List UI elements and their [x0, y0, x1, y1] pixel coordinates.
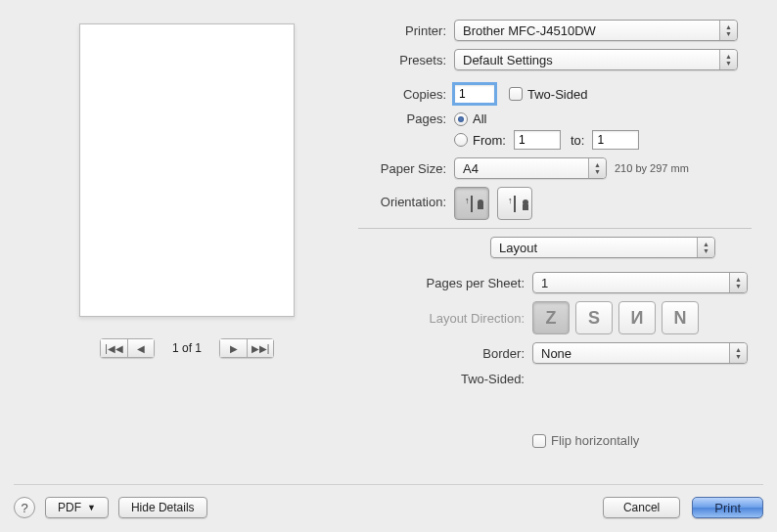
presets-label: Presets: [358, 53, 446, 67]
print-dialog: |◀◀ ◀ 1 of 1 ▶ ▶▶| Printer: Brother MFC-… [0, 0, 777, 532]
updown-icon: ▲▼ [729, 343, 747, 363]
printer-value: Brother MFC-J4510DW [463, 23, 596, 38]
printer-label: Printer: [358, 23, 446, 38]
orientation-landscape-button[interactable]: ↑ [497, 187, 532, 220]
portrait-icon [471, 196, 473, 212]
hide-details-button[interactable]: Hide Details [118, 497, 207, 518]
pages-to-label: to: [571, 133, 584, 148]
help-button[interactable]: ? [14, 497, 35, 518]
updown-icon: ▲▼ [719, 21, 737, 40]
preview-pager: |◀◀ ◀ 1 of 1 ▶ ▶▶| [100, 338, 274, 358]
copies-input[interactable] [454, 84, 495, 104]
pager-back-group: |◀◀ ◀ [100, 338, 155, 358]
printer-select[interactable]: Brother MFC-J4510DW ▲▼ [454, 20, 738, 41]
flip-horizontally-checkbox[interactable] [532, 434, 546, 448]
layout-dir-n2-button[interactable]: N [662, 301, 699, 334]
first-page-button[interactable]: |◀◀ [100, 338, 127, 358]
cancel-button[interactable]: Cancel [603, 497, 680, 518]
layout-direction-group: Z S И N [532, 301, 699, 334]
two-sided-label: Two-Sided: [358, 372, 525, 386]
paper-size-hint: 210 by 297 mm [615, 162, 689, 174]
updown-icon: ▲▼ [719, 50, 737, 69]
paper-size-value: A4 [463, 161, 479, 176]
page-indicator: 1 of 1 [172, 341, 202, 355]
pages-label: Pages: [358, 111, 446, 126]
pages-from-label: From: [473, 133, 506, 148]
dialog-content: |◀◀ ◀ 1 of 1 ▶ ▶▶| Printer: Brother MFC-… [16, 16, 761, 466]
flip-horizontally-label: Flip horizontally [551, 433, 639, 448]
section-select[interactable]: Layout ▲▼ [490, 237, 715, 258]
last-page-button[interactable]: ▶▶| [247, 338, 274, 358]
caret-down-icon: ▼ [87, 503, 96, 512]
pages-per-sheet-select[interactable]: 1 ▲▼ [532, 272, 748, 293]
preview-column: |◀◀ ◀ 1 of 1 ▶ ▶▶| [16, 16, 358, 466]
pages-from-input[interactable] [514, 130, 561, 150]
copies-label: Copies: [358, 87, 446, 102]
two-sided-checkbox[interactable] [509, 87, 523, 101]
border-select[interactable]: None ▲▼ [532, 342, 748, 364]
presets-select[interactable]: Default Settings ▲▼ [454, 49, 738, 70]
layout-direction-label: Layout Direction: [358, 311, 525, 326]
prev-page-button[interactable]: ◀ [127, 338, 155, 358]
landscape-icon [514, 196, 516, 212]
border-value: None [541, 346, 571, 361]
pdf-label: PDF [58, 501, 81, 514]
two-sided-checkbox-label: Two-Sided [527, 87, 587, 102]
dialog-footer: ? PDF ▼ Hide Details Cancel Print [14, 484, 763, 518]
arrow-up-icon: ↑ [508, 196, 513, 205]
settings-column: Printer: Brother MFC-J4510DW ▲▼ Presets:… [358, 16, 761, 466]
orientation-portrait-button[interactable]: ↑ [454, 187, 489, 220]
paper-size-label: Paper Size: [358, 161, 446, 176]
section-value: Layout [499, 241, 537, 255]
border-label: Border: [358, 346, 525, 361]
pages-to-input[interactable] [592, 130, 639, 150]
updown-icon: ▲▼ [729, 273, 747, 292]
divider [358, 228, 752, 229]
next-page-button[interactable]: ▶ [219, 338, 247, 358]
pager-fwd-group: ▶ ▶▶| [219, 338, 274, 358]
pages-per-sheet-label: Pages per Sheet: [358, 276, 525, 290]
presets-value: Default Settings [463, 53, 553, 67]
layout-dir-z-button[interactable]: Z [532, 301, 570, 334]
pdf-menu-button[interactable]: PDF ▼ [45, 497, 109, 518]
pages-per-sheet-value: 1 [541, 276, 548, 290]
print-button[interactable]: Print [692, 497, 763, 518]
updown-icon: ▲▼ [588, 158, 606, 178]
paper-size-select[interactable]: A4 ▲▼ [454, 157, 607, 179]
page-preview [79, 23, 295, 317]
arrow-up-icon: ↑ [465, 196, 470, 205]
pages-all-radio[interactable] [454, 112, 468, 126]
pages-all-label: All [473, 111, 486, 126]
layout-dir-n-button[interactable]: И [618, 301, 656, 334]
layout-dir-s-button[interactable]: S [575, 301, 613, 334]
orientation-label: Orientation: [358, 187, 446, 209]
updown-icon: ▲▼ [697, 238, 714, 257]
pages-range-radio[interactable] [454, 133, 468, 147]
